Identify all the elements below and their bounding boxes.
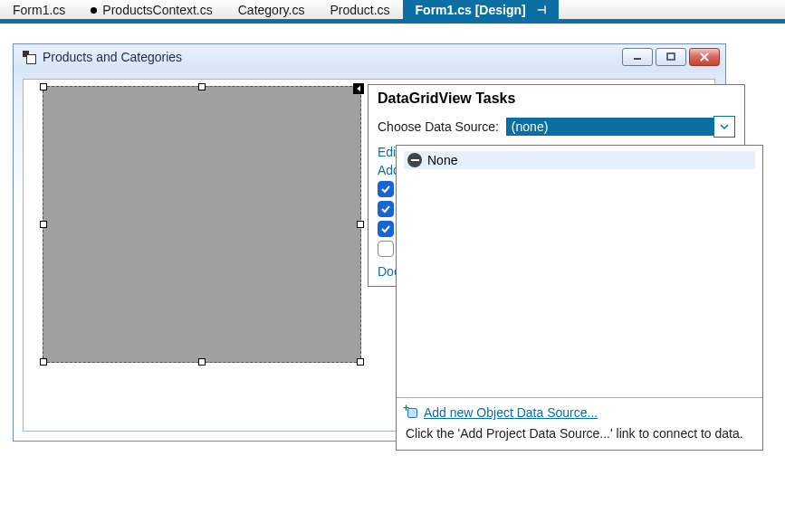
datasource-item-none[interactable]: None [404, 151, 755, 169]
chevron-down-icon[interactable] [713, 116, 735, 138]
tab-label: Form1.cs [Design] [416, 3, 526, 17]
tab-product-cs[interactable]: Product.cs [317, 0, 402, 21]
datasource-item-label: None [427, 153, 457, 167]
datasource-combobox[interactable]: (none) [506, 116, 735, 138]
form-title: Products and Categories [43, 50, 182, 64]
choose-datasource-label: Choose Data Source: [378, 119, 499, 134]
datasource-footer: + Add new Object Data Source... Click th… [397, 397, 762, 450]
tab-label: Product.cs [330, 3, 389, 17]
form-titlebar: Products and Categories [14, 44, 725, 70]
resize-handle[interactable] [40, 83, 47, 90]
enable-reordering-checkbox[interactable] [378, 241, 394, 257]
close-button[interactable] [689, 48, 720, 66]
svg-rect-1 [667, 53, 675, 60]
enable-editing-checkbox[interactable] [378, 201, 394, 217]
none-icon [407, 153, 422, 167]
resize-handle[interactable] [357, 221, 364, 228]
add-datasource-icon: + [406, 406, 418, 419]
tab-label: ProductsContext.cs [102, 3, 212, 17]
datasource-value: (none) [506, 118, 713, 136]
resize-handle[interactable] [198, 83, 206, 90]
datasource-hint: Click the 'Add Project Data Source...' l… [406, 425, 753, 442]
tab-form1-design[interactable]: Form1.cs [Design]⊣ [403, 0, 559, 21]
add-column-link[interactable]: Add Column... [378, 163, 397, 177]
pin-icon[interactable]: ⊣ [537, 4, 546, 16]
tab-label: Category.cs [238, 3, 305, 17]
maximize-button[interactable] [656, 48, 686, 66]
resize-handle[interactable] [40, 221, 47, 228]
resize-handle[interactable] [357, 358, 364, 366]
tab-productscontext-cs[interactable]: ProductsContext.cs [78, 0, 225, 21]
datasource-dropdown-popup: None + Add new Object Data Source... Cli… [396, 145, 763, 451]
minimize-button[interactable] [622, 48, 653, 66]
tasks-title: DataGridView Tasks [378, 90, 735, 107]
resize-handle[interactable] [198, 358, 206, 366]
smart-tag-icon[interactable] [353, 83, 364, 94]
add-object-datasource-link[interactable]: Add new Object Data Source... [424, 405, 598, 420]
datagridview-control[interactable] [43, 86, 361, 363]
form-icon [23, 51, 35, 63]
edit-columns-link[interactable]: Edit Columns... [378, 145, 397, 159]
tab-label: Form1.cs [13, 3, 65, 17]
tab-form1-cs[interactable]: Form1.cs [0, 0, 78, 21]
datasource-list[interactable]: None [397, 146, 762, 397]
enable-adding-checkbox[interactable] [378, 181, 394, 197]
tab-category-cs[interactable]: Category.cs [225, 0, 318, 21]
dock-link[interactable]: Dock in Parent Container [378, 264, 397, 279]
unsaved-indicator-icon [91, 7, 97, 14]
enable-deleting-checkbox[interactable] [378, 221, 394, 237]
document-tabstrip: Form1.cs ProductsContext.cs Category.cs … [0, 0, 785, 24]
resize-handle[interactable] [40, 358, 47, 366]
